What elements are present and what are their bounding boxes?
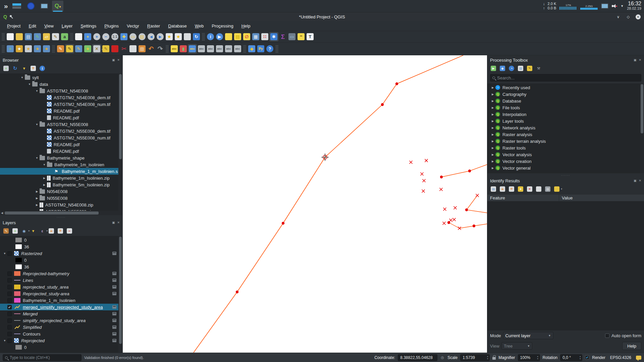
layer-diagram-icon[interactable]: ▮	[179, 44, 188, 53]
tray-expand-icon[interactable]: ▼	[621, 4, 624, 8]
scratch-layer-indicator-icon[interactable]	[112, 319, 116, 322]
show-layout-manager-icon[interactable]: ✎	[51, 32, 60, 41]
processing-category[interactable]: ▶QVector analysis	[487, 151, 640, 158]
menu-vector[interactable]: Vector	[123, 22, 143, 29]
toolbar-handle[interactable]	[52, 45, 55, 53]
layer-visibility-checkbox[interactable]	[7, 298, 12, 303]
processing-category[interactable]: ▶QVector creation	[487, 158, 640, 165]
scratch-layer-indicator-icon[interactable]	[112, 312, 116, 315]
browser-item[interactable]: ASTGTM2_N55E008_num.tif	[0, 134, 118, 141]
processing-category[interactable]: ▶◔Recently used	[487, 84, 640, 91]
layer-row[interactable]: reprojected_study_area	[0, 284, 118, 290]
layer-visibility-checkbox[interactable]	[7, 292, 12, 296]
collapsed-arrow-icon[interactable]: ▶	[490, 93, 495, 96]
copy-feature-icon[interactable]	[535, 186, 542, 192]
layer-visibility-checkbox[interactable]	[7, 318, 12, 323]
show-bookmarks-icon[interactable]: ★	[174, 32, 183, 41]
taskbar-item-monitor[interactable]	[39, 1, 50, 12]
collapsed-arrow-icon[interactable]: ▶	[34, 203, 40, 206]
refresh-map-icon[interactable]: ↻	[192, 32, 201, 41]
layer-row[interactable]: 0	[0, 257, 118, 263]
expand-tree-icon[interactable]: ⇊	[499, 186, 506, 192]
layer-row[interactable]: Reprojected-bathymetry	[0, 270, 118, 277]
new-bookmark-icon[interactable]: ★	[165, 32, 174, 41]
new-shapefile-layer-icon[interactable]: ★	[24, 44, 33, 53]
minimize-button[interactable]: ∨	[615, 15, 621, 19]
browser-item[interactable]: README.pdf	[0, 148, 118, 155]
results-viewer-icon[interactable]: ▤	[517, 65, 524, 72]
scratch-layer-indicator-icon[interactable]	[112, 332, 116, 336]
layer-visibility-checkbox[interactable]	[7, 325, 12, 329]
new-geopackage-layer-icon[interactable]: ★	[15, 44, 24, 53]
collapsed-arrow-icon[interactable]: ▶	[490, 140, 495, 143]
zoom-next-icon[interactable]: ▶	[156, 32, 165, 41]
zoom-native-icon[interactable]: 1:1	[110, 32, 119, 41]
layer-visibility-checkbox[interactable]	[7, 312, 12, 316]
show-hide-labels-icon[interactable]: abc	[206, 44, 215, 53]
add-selected-layers-icon[interactable]: +	[3, 65, 9, 72]
data-source-manager-icon[interactable]: +	[6, 44, 15, 53]
map-tips-icon[interactable]: ❝	[297, 32, 306, 41]
browser-item[interactable]: ▶Bathymetrie_5m_Isolinien.zip	[0, 181, 118, 188]
scratch-layer-indicator-icon[interactable]	[112, 339, 116, 342]
redo-icon[interactable]: ↷	[156, 44, 165, 53]
processing-search-input[interactable]: Search...	[490, 74, 641, 81]
layer-visibility-checkbox[interactable]	[7, 272, 12, 276]
vertex-tool-icon[interactable]: ✕▾	[92, 44, 101, 53]
pan-to-selection-icon[interactable]: +	[83, 32, 92, 41]
view-select[interactable]: Tree▼	[501, 342, 532, 350]
plugin-manager-icon[interactable]: ◆	[247, 44, 256, 53]
scale-select[interactable]: 1:5739	[460, 354, 490, 361]
browser-item[interactable]: ▶N054E008	[0, 188, 118, 195]
browser-item[interactable]: ASTGTM2_N54E008_dem.tif	[0, 94, 118, 101]
zoom-last-icon[interactable]: ◀	[147, 32, 156, 41]
menu-database[interactable]: Database	[164, 22, 191, 29]
deselect-all-icon[interactable]: ∅	[242, 32, 251, 41]
expand-all-icon[interactable]: ⇊	[48, 228, 55, 234]
open-attribute-table-icon[interactable]: ▦	[251, 32, 260, 41]
layer-row[interactable]: 36	[0, 263, 118, 270]
browser-item[interactable]: README.pdf	[0, 114, 118, 121]
current-edits-icon[interactable]: ✎▾	[56, 44, 65, 53]
identify-results-body[interactable]	[487, 201, 644, 330]
collapsed-arrow-icon[interactable]: ▶	[34, 197, 40, 200]
collapsed-arrow-icon[interactable]: ▶	[490, 160, 495, 163]
save-project-icon[interactable]: ▤	[24, 32, 33, 41]
layers-float-icon[interactable]: ▣	[112, 221, 115, 224]
collapsed-arrow-icon[interactable]: ▶	[490, 100, 495, 103]
menu-project[interactable]: Project	[3, 22, 24, 29]
mode-select[interactable]: Current layer▼	[503, 332, 553, 339]
collapsed-arrow-icon[interactable]: ▶	[42, 177, 47, 180]
zoom-to-layer-icon[interactable]: ▤	[138, 32, 147, 41]
toolbar-handle[interactable]	[275, 45, 278, 53]
expand-new-results-icon[interactable]: ★	[517, 186, 524, 192]
browser-vscrollbar[interactable]	[118, 73, 122, 211]
locate-input[interactable]: Type to locate (Ctrl+K)	[3, 354, 82, 361]
run-feature-action-icon[interactable]: ▶▾	[215, 32, 224, 41]
layer-row[interactable]: Lines	[0, 277, 118, 284]
open-layer-styling-icon[interactable]: ✎	[3, 228, 9, 234]
menu-help[interactable]: Help	[238, 22, 254, 29]
processing-category[interactable]: ▶QInterpolation	[487, 111, 640, 118]
magnifier-spinner[interactable]: 100%	[518, 354, 540, 361]
collapsed-arrow-icon[interactable]: ▶	[42, 183, 47, 186]
move-label-icon[interactable]: abc	[215, 44, 224, 53]
remove-layer-icon[interactable]: −	[66, 228, 73, 234]
open-form-icon[interactable]: ▤	[490, 186, 497, 192]
select-features-by-value-icon[interactable]: ▤▾	[233, 32, 242, 41]
processing-vscrollbar[interactable]	[640, 83, 644, 173]
identify-close-icon[interactable]: ✕	[639, 179, 641, 182]
layer-row[interactable]: Contours	[0, 330, 118, 337]
processing-category[interactable]: ▶QFile tools	[487, 104, 640, 111]
collapse-all-icon[interactable]: ⇈	[30, 65, 37, 72]
layer-row[interactable]: 0	[0, 237, 118, 243]
pan-map-icon[interactable]	[74, 32, 83, 41]
browser-item[interactable]: README.pdf	[0, 108, 118, 114]
app-launcher-icon[interactable]: ››	[3, 2, 8, 10]
panel-splitter[interactable]: ......	[487, 173, 644, 176]
text-annotation-icon[interactable]: T	[306, 32, 315, 41]
new-spatialite-layer-icon[interactable]: ★	[33, 44, 42, 53]
delete-selected-icon[interactable]	[110, 44, 119, 53]
layer-row[interactable]: simplify_reprojected_study_area	[0, 317, 118, 324]
layer-row[interactable]: Simplified	[0, 324, 118, 330]
